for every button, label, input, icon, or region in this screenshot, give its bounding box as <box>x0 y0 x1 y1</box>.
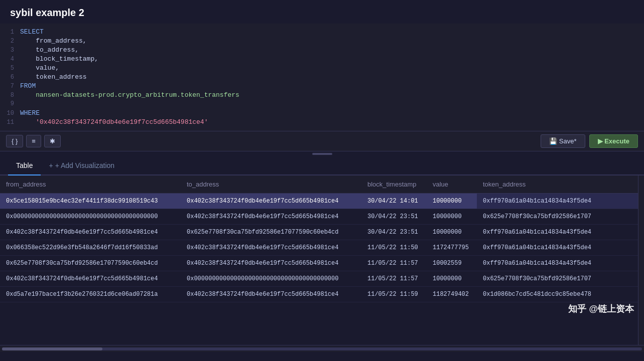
table-cell: 10002559 <box>427 256 477 271</box>
table-cell: 0xff970a61a04b1ca14834a43f5de4 <box>477 256 644 271</box>
table-row: 0x066358ec522d96e3fb548a2646f7dd16f50833… <box>0 240 644 256</box>
table-row: 0xd5a7e197bace1f3b26e2760321d6ce06ad0728… <box>0 287 644 302</box>
table-cell: 0xd5a7e197bace1f3b26e2760321d6ce06ad0728… <box>0 287 181 302</box>
right-scrollbar[interactable] <box>638 175 644 345</box>
table-row: 0x00000000000000000000000000000000000000… <box>0 209 644 225</box>
scrollbar-thumb <box>2 347 102 350</box>
table-container[interactable]: from_address to_address block_timestamp … <box>0 175 644 345</box>
code-line-11: 11 '0x402c38f343724f0db4e6e19f7cc5d665b4… <box>0 118 644 127</box>
table-cell: 0x625e7708f30ca75bfd92586e1707 <box>477 209 644 225</box>
col-header-val: value <box>427 175 477 194</box>
table-header-row: from_address to_address block_timestamp … <box>0 175 644 194</box>
code-line-9: 9 <box>0 100 644 109</box>
toolbar-right: 💾 Save* ▶ Execute <box>541 134 638 148</box>
table-row: 0x402c38f343724f0db4e6e19f7cc5d665b4981c… <box>0 225 644 240</box>
plus-icon: + <box>49 161 53 169</box>
table-row: 0x5ce158015e9bc4ec32ef4411f38dc99108519c… <box>0 194 644 209</box>
execute-button[interactable]: ▶ Execute <box>589 134 638 148</box>
code-line-7: 7 FROM <box>0 82 644 91</box>
table-cell: 0x402c38f343724f0db4e6e19f7cc5d665b4981c… <box>181 240 361 256</box>
table-cell: 0x00000000000000000000000000000000000000… <box>0 209 181 225</box>
divider-handle[interactable] <box>0 151 644 156</box>
table-cell: 10000000 <box>427 194 477 209</box>
col-header-from: from_address <box>0 175 181 194</box>
table-cell: 0xff970a61a04b1ca14834a43f5de4 <box>477 225 644 240</box>
table-cell: 11/05/22 11:57 <box>361 271 427 287</box>
table-cell: 0x402c38f343724f0db4e6e19f7cc5d665b4981c… <box>181 194 361 209</box>
code-line-8: 8 nansen-datasets-prod.crypto_arbitrum.t… <box>0 91 644 100</box>
code-line-2: 2 from_address, <box>0 37 644 46</box>
horizontal-scrollbar[interactable] <box>0 345 644 352</box>
table-cell: 10000000 <box>427 271 477 287</box>
table-cell: 1172477795 <box>427 240 477 256</box>
results-table: from_address to_address block_timestamp … <box>0 175 644 302</box>
code-line-6: 6 token_address <box>0 73 644 82</box>
table-cell: 0x625e7708f30ca75bfd92586e17077590c60eb4… <box>0 256 181 271</box>
watermark: 知乎 @链上资本 <box>568 303 634 315</box>
table-cell: 0x402c38f343724f0db4e6e19f7cc5d665b4981c… <box>181 209 361 225</box>
json-view-button[interactable]: { } <box>6 135 23 147</box>
code-line-4: 4 block_timestamp, <box>0 55 644 64</box>
table-cell: 0x066358ec522d96e3fb548a2646f7dd16f50833… <box>0 240 181 256</box>
table-cell: 0xff970a61a04b1ca14834a43f5de4 <box>477 194 644 209</box>
toolbar: { } ≡ ✱ 💾 Save* ▶ Execute <box>0 131 644 151</box>
table-cell: 30/04/22 23:51 <box>361 209 427 225</box>
table-cell: 0x402c38f343724f0db4e6e19f7cc5d665b4981c… <box>0 271 181 287</box>
table-cell: 0x402c38f343724f0db4e6e19f7cc5d665b4981c… <box>181 256 361 271</box>
table-cell: 30/04/22 14:01 <box>361 194 427 209</box>
add-visualization-button[interactable]: + + Add Visualization <box>41 156 122 174</box>
table-cell: 0x5ce158015e9bc4ec32ef4411f38dc99108519c… <box>0 194 181 209</box>
col-header-ts: block_timestamp <box>361 175 427 194</box>
code-line-3: 3 to_address, <box>0 46 644 55</box>
table-cell: 11/05/22 11:50 <box>361 240 427 256</box>
table-cell: 11/05/22 11:59 <box>361 287 427 302</box>
table-cell: 1182749402 <box>427 287 477 302</box>
table-cell: 10000000 <box>427 225 477 240</box>
table-cell: 0x625e7708f30ca75bfd92586e17077590c60eb4… <box>181 225 361 240</box>
table-cell: 0x402c38f343724f0db4e6e19f7cc5d665b4981c… <box>181 287 361 302</box>
star-button[interactable]: ✱ <box>44 135 61 147</box>
tab-table[interactable]: Table <box>8 156 41 175</box>
code-line-10: 10 WHERE <box>0 109 644 118</box>
table-cell: 0x1d086bc7cd5c481dcc9c85ebe478 <box>477 287 644 302</box>
page-title: sybil example 2 <box>0 0 644 24</box>
table-cell: 11/05/22 11:57 <box>361 256 427 271</box>
list-view-button[interactable]: ≡ <box>26 135 41 147</box>
table-cell: 0xff970a61a04b1ca14834a43f5de4 <box>477 240 644 256</box>
save-button[interactable]: 💾 Save* <box>541 134 585 148</box>
table-row: 0x402c38f343724f0db4e6e19f7cc5d665b4981c… <box>0 271 644 287</box>
table-cell: 10000000 <box>427 209 477 225</box>
tabs-row: Table + + Add Visualization <box>0 156 644 175</box>
toolbar-left: { } ≡ ✱ <box>6 135 61 147</box>
scrollbar-track <box>2 347 642 350</box>
code-editor: 1 SELECT 2 from_address, 3 to_address, 4… <box>0 24 644 131</box>
table-cell: 30/04/22 23:51 <box>361 225 427 240</box>
table-row: 0x625e7708f30ca75bfd92586e17077590c60eb4… <box>0 256 644 271</box>
col-header-to: to_address <box>181 175 361 194</box>
add-viz-label: + Add Visualization <box>55 161 114 169</box>
table-cell: 0x402c38f343724f0db4e6e19f7cc5d665b4981c… <box>0 225 181 240</box>
results-area: Table + + Add Visualization from_address… <box>0 156 644 352</box>
table-cell: 0x625e7708f30ca75bfd92586e1707 <box>477 271 644 287</box>
code-line-5: 5 value, <box>0 64 644 73</box>
col-header-token: token_address <box>477 175 644 194</box>
code-line-1: 1 SELECT <box>0 28 644 37</box>
table-cell: 0x00000000000000000000000000000000000000… <box>181 271 361 287</box>
divider-dots <box>312 153 332 155</box>
